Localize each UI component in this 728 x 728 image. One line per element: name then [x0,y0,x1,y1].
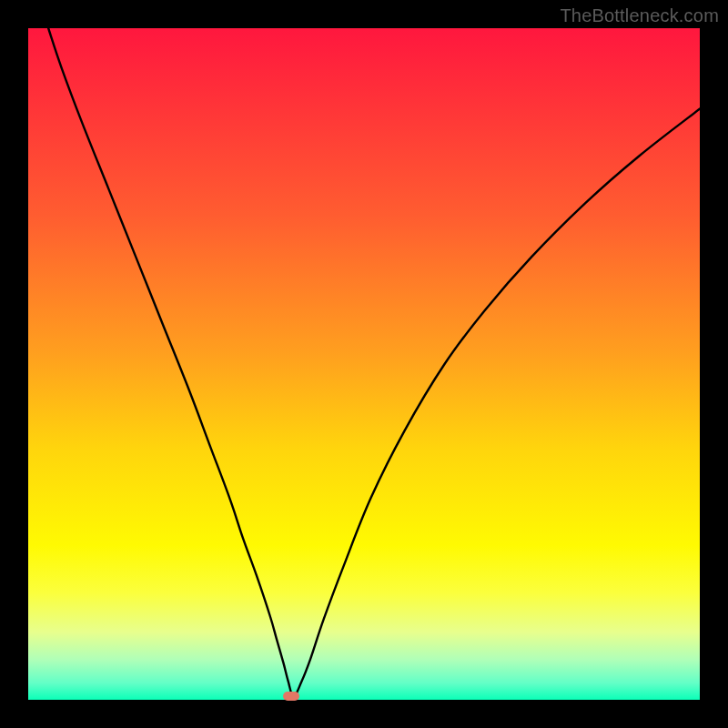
curve-svg [28,28,700,700]
plot-area [28,28,700,700]
chart-container: TheBottleneck.com [0,0,728,728]
watermark-text: TheBottleneck.com [560,5,719,26]
optimal-marker [283,692,299,701]
bottleneck-curve [48,28,700,696]
